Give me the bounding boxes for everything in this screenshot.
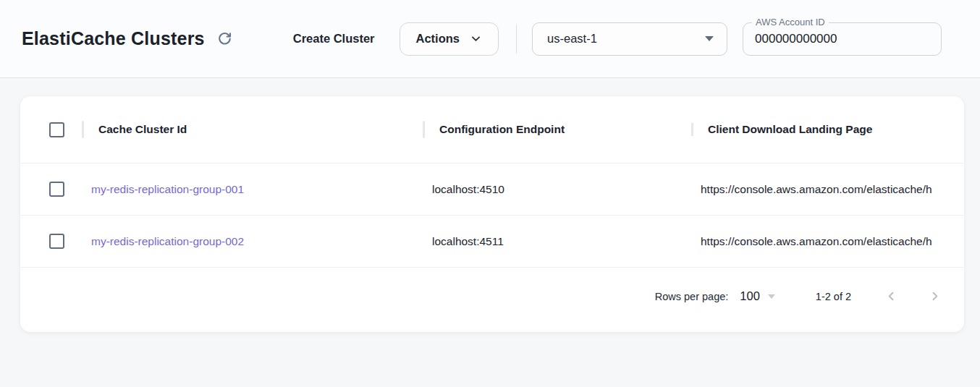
refresh-icon [217, 31, 232, 46]
page-title: ElastiCache Clusters [22, 28, 205, 49]
row-checkbox[interactable] [49, 182, 64, 197]
rows-per-page-caret-icon [768, 294, 775, 299]
aws-account-id-input[interactable] [743, 23, 941, 55]
actions-button[interactable]: Actions [400, 22, 499, 56]
top-header-bar: ElastiCache Clusters Create Cluster Acti… [0, 0, 980, 78]
aws-account-id-label: AWS Account ID [752, 17, 829, 27]
region-select-value: us-east-1 [547, 32, 597, 46]
table-row: my-redis-replication-group-001 localhost… [20, 163, 964, 215]
main-content: Cache Cluster Id Configuration Endpoint … [0, 78, 980, 332]
previous-page-button[interactable] [882, 287, 900, 306]
next-page-button[interactable] [925, 287, 944, 306]
chevron-right-icon [928, 289, 942, 303]
rows-per-page-value: 100 [740, 289, 760, 303]
aws-account-id-field: AWS Account ID [743, 22, 942, 56]
region-select[interactable]: us-east-1 [532, 22, 727, 56]
pagination-range-label: 1-2 of 2 [816, 291, 851, 302]
refresh-button[interactable] [215, 29, 235, 49]
topbar-divider [516, 25, 517, 54]
create-cluster-button[interactable]: Create Cluster [293, 32, 375, 46]
table-pagination-row: Rows per page: 100 1-2 of 2 [20, 267, 964, 332]
client-download-landing-page-value: https://console.aws.amazon.com/elasticac… [701, 183, 932, 195]
actions-button-label: Actions [416, 32, 460, 46]
column-header-cache-cluster-id: Cache Cluster Id [98, 123, 187, 135]
rows-per-page-select[interactable]: 100 [740, 289, 775, 303]
rows-per-page-label: Rows per page: [655, 291, 729, 302]
chevron-left-icon [884, 289, 898, 303]
dropdown-caret-icon [705, 36, 714, 41]
table-row: my-redis-replication-group-002 localhost… [20, 215, 964, 267]
column-header-client-download-landing-page: Client Download Landing Page [708, 123, 872, 135]
cache-cluster-id-link[interactable]: my-redis-replication-group-002 [91, 235, 244, 247]
clusters-table-card: Cache Cluster Id Configuration Endpoint … [20, 96, 964, 332]
configuration-endpoint-value: localhost:4510 [432, 183, 504, 195]
column-header-configuration-endpoint: Configuration Endpoint [439, 123, 565, 135]
chevron-down-icon [470, 33, 482, 45]
cache-cluster-id-link[interactable]: my-redis-replication-group-001 [91, 183, 244, 195]
configuration-endpoint-value: localhost:4511 [432, 235, 504, 247]
select-all-checkbox[interactable] [49, 122, 64, 137]
row-checkbox[interactable] [49, 234, 64, 249]
client-download-landing-page-value: https://console.aws.amazon.com/elasticac… [701, 235, 932, 247]
table-header-row: Cache Cluster Id Configuration Endpoint … [20, 96, 964, 163]
